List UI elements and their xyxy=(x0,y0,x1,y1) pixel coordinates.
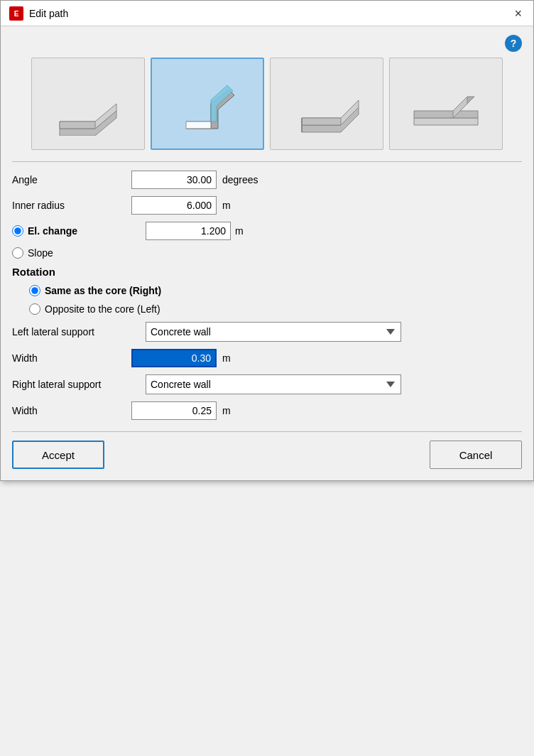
rotation-option2-row: Opposite to the core (Left) xyxy=(29,303,522,315)
title-bar: E Edit path × xyxy=(1,1,533,26)
inner-radius-unit: m xyxy=(222,200,251,211)
rotation-same-label[interactable]: Same as the core (Right) xyxy=(45,285,161,296)
left-support-row: Left lateral support Concrete wall Steel… xyxy=(12,322,522,342)
right-support-row: Right lateral support Concrete wall Stee… xyxy=(12,374,522,394)
left-width-row: Width m xyxy=(12,349,522,367)
right-width-label: Width xyxy=(12,405,126,416)
inner-radius-row: Inner radius m xyxy=(12,196,522,215)
rotation-same-radio[interactable] xyxy=(29,285,40,296)
rotation-option1-row: Same as the core (Right) xyxy=(29,285,522,296)
el-change-unit: m xyxy=(235,225,263,237)
left-width-label: Width xyxy=(12,352,126,364)
slope-label[interactable]: Slope xyxy=(28,247,53,259)
right-width-input[interactable] xyxy=(131,401,217,420)
rotation-heading: Rotation xyxy=(12,266,522,278)
shape-selector xyxy=(12,58,522,150)
rotation-opposite-radio[interactable] xyxy=(29,303,40,315)
svg-marker-4 xyxy=(60,122,95,129)
svg-text:E: E xyxy=(14,10,19,18)
rotation-opposite-label[interactable]: Opposite to the core (Left) xyxy=(45,303,160,315)
angle-unit: degrees xyxy=(222,174,258,185)
shape-card-4[interactable] xyxy=(389,58,503,150)
left-width-input[interactable] xyxy=(131,349,217,367)
dialog-title: Edit path xyxy=(29,8,68,19)
el-change-label[interactable]: El. change xyxy=(28,225,141,237)
slope-radio[interactable] xyxy=(12,247,23,259)
help-area: ? xyxy=(12,35,522,52)
inner-radius-label: Inner radius xyxy=(12,200,126,211)
dialog-body: ? xyxy=(1,26,533,480)
close-button[interactable]: × xyxy=(511,7,525,20)
title-bar-left: E Edit path xyxy=(9,6,68,21)
el-change-radio[interactable] xyxy=(12,225,23,237)
right-support-select[interactable]: Concrete wall Steel beam None xyxy=(146,374,401,394)
svg-marker-10 xyxy=(414,111,478,118)
angle-label: Angle xyxy=(12,174,126,185)
rotation-options: Same as the core (Right) Opposite to the… xyxy=(29,285,522,315)
angle-row: Angle degrees xyxy=(12,171,522,189)
left-support-label: Left lateral support xyxy=(12,326,140,338)
edit-path-dialog: E Edit path × ? xyxy=(0,0,534,481)
right-width-row: Width m xyxy=(12,401,522,420)
right-support-label: Right lateral support xyxy=(12,379,140,390)
cancel-button[interactable]: Cancel xyxy=(430,441,522,469)
svg-marker-9 xyxy=(414,118,478,125)
el-change-input[interactable] xyxy=(146,222,231,240)
app-icon: E xyxy=(9,6,23,21)
left-support-select[interactable]: Concrete wall Steel beam None xyxy=(146,322,401,342)
accept-button[interactable]: Accept xyxy=(12,441,104,469)
shape-card-1[interactable] xyxy=(31,58,145,150)
separator-1 xyxy=(12,161,522,162)
angle-input[interactable] xyxy=(131,171,217,189)
shape-card-3[interactable] xyxy=(270,58,383,150)
left-width-unit: m xyxy=(222,352,251,364)
svg-marker-7 xyxy=(302,118,341,125)
slope-row: Slope xyxy=(12,247,522,259)
button-row: Accept Cancel xyxy=(12,431,522,469)
el-change-row: El. change m xyxy=(12,222,522,240)
right-width-unit: m xyxy=(222,405,251,416)
help-button[interactable]: ? xyxy=(505,35,522,52)
shape-card-2[interactable] xyxy=(151,58,264,150)
inner-radius-input[interactable] xyxy=(131,196,217,215)
